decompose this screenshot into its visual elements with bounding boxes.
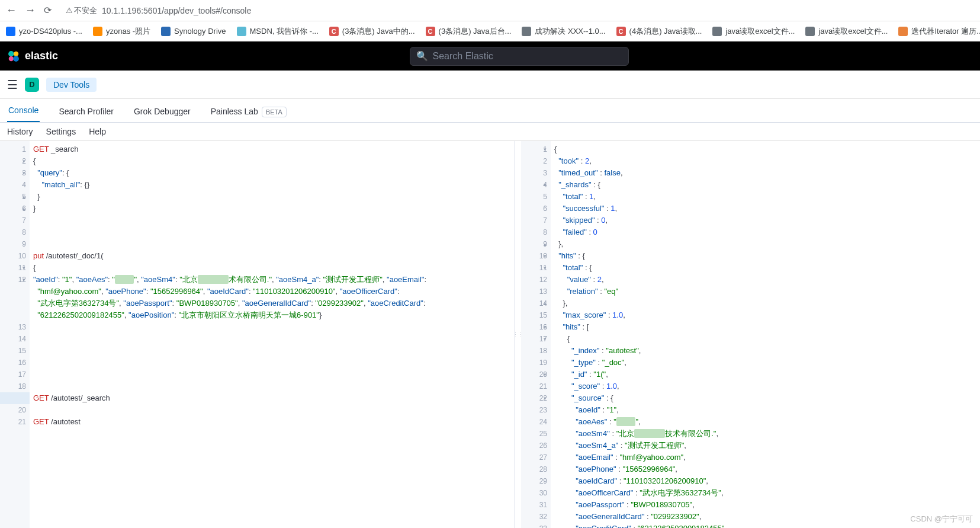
bookmark-item[interactable]: java读取excel文件... bbox=[712, 26, 795, 37]
bookmark-icon: C bbox=[426, 27, 435, 36]
forward-button[interactable]: → bbox=[25, 4, 36, 17]
tab-search-profiler[interactable]: Search Profiler bbox=[57, 101, 115, 122]
beta-badge: BETA bbox=[262, 107, 287, 117]
bookmark-icon: C bbox=[616, 27, 626, 36]
elastic-logo[interactable]: elastic bbox=[7, 50, 58, 63]
elastic-icon bbox=[7, 50, 20, 63]
response-viewer: { "took" : 2, "timed_out" : false, "_sha… bbox=[551, 141, 980, 528]
request-pane: 12▾3▾45▴6▴789✖1011▾12▾ 13141516171819202… bbox=[0, 141, 515, 528]
bookmark-icon bbox=[522, 27, 531, 36]
svg-point-0 bbox=[8, 51, 14, 57]
bookmark-item[interactable]: MSDN, 我告诉你 -... bbox=[237, 26, 319, 37]
bookmark-icon bbox=[237, 27, 246, 36]
bookmark-item[interactable]: java读取excel文件... bbox=[805, 26, 888, 37]
bookmark-icon: C bbox=[329, 27, 339, 36]
menu-button[interactable]: ☰ bbox=[7, 78, 18, 92]
bookmark-icon bbox=[161, 27, 171, 36]
breadcrumb-devtools[interactable]: Dev Tools bbox=[46, 78, 97, 92]
request-editor[interactable]: GET _search{ "query": { "match_all": {} … bbox=[30, 141, 515, 528]
request-gutter: 12▾3▾45▴6▴789✖1011▾12▾ 13141516171819202… bbox=[0, 141, 30, 528]
bookmark-item[interactable]: yzo-DS420plus -... bbox=[6, 27, 82, 36]
response-gutter: 1▾234▾56789▴10▾11▾121314▴1516▾17▾181920▾… bbox=[521, 141, 551, 528]
search-icon: 🔍 bbox=[416, 50, 428, 62]
bookmark-item[interactable]: C(3条消息) Java后台... bbox=[426, 26, 512, 37]
address-bar[interactable]: ⚠ 不安全 10.1.1.196:5601/app/dev_tools#/con… bbox=[66, 5, 251, 16]
security-badge: ⚠ 不安全 bbox=[66, 5, 97, 16]
bookmark-icon bbox=[93, 27, 102, 36]
editor-row: 12▾3▾45▴6▴789✖1011▾12▾ 13141516171819202… bbox=[0, 140, 980, 528]
tab-painless-lab[interactable]: Painless LabBETA bbox=[210, 101, 288, 122]
svg-point-3 bbox=[13, 56, 19, 62]
bookmark-icon bbox=[712, 27, 722, 36]
bookmark-item[interactable]: C(4条消息) Java读取... bbox=[616, 26, 702, 37]
search-input[interactable]: 🔍 Search Elastic bbox=[410, 47, 629, 66]
sublink-help[interactable]: Help bbox=[89, 127, 106, 136]
elastic-header: elastic 🔍 Search Elastic bbox=[0, 41, 980, 71]
svg-point-1 bbox=[14, 51, 18, 56]
bookmark-item[interactable]: 成功解决 XXX--1.0... bbox=[522, 26, 605, 37]
pane-resizer[interactable]: ⋮⋮ bbox=[515, 141, 521, 528]
bookmark-icon bbox=[805, 27, 815, 36]
sub-links: HistorySettingsHelp bbox=[0, 123, 980, 140]
bookmark-item[interactable]: Synology Drive bbox=[161, 27, 226, 36]
back-button[interactable]: ← bbox=[6, 4, 17, 17]
bookmark-item[interactable]: 迭代器Iterator 遍历... bbox=[898, 26, 980, 37]
url-text: 10.1.1.196:5601/app/dev_tools#/console bbox=[102, 6, 251, 15]
secondary-bar: ☰ D Dev Tools bbox=[0, 71, 980, 99]
bookmark-icon bbox=[6, 27, 15, 36]
bookmark-item[interactable]: yzonas -照片 bbox=[93, 26, 150, 37]
bookmark-icon bbox=[898, 27, 908, 36]
tab-grok-debugger[interactable]: Grok Debugger bbox=[133, 101, 192, 122]
tab-bar: ConsoleSearch ProfilerGrok DebuggerPainl… bbox=[0, 99, 980, 123]
bookmark-item[interactable]: C(3条消息) Java中的... bbox=[329, 26, 415, 37]
browser-toolbar: ← → ⟳ ⚠ 不安全 10.1.1.196:5601/app/dev_tool… bbox=[0, 0, 980, 21]
sublink-history[interactable]: History bbox=[7, 127, 33, 136]
svg-point-2 bbox=[9, 56, 14, 61]
bookmarks-bar: yzo-DS420plus -...yzonas -照片Synology Dri… bbox=[0, 21, 980, 41]
space-badge[interactable]: D bbox=[25, 78, 39, 92]
reload-button[interactable]: ⟳ bbox=[44, 5, 52, 16]
tab-console[interactable]: Console bbox=[7, 100, 40, 122]
sublink-settings[interactable]: Settings bbox=[46, 127, 76, 136]
response-pane: 1▾234▾56789▴10▾11▾121314▴1516▾17▾181920▾… bbox=[521, 141, 980, 528]
